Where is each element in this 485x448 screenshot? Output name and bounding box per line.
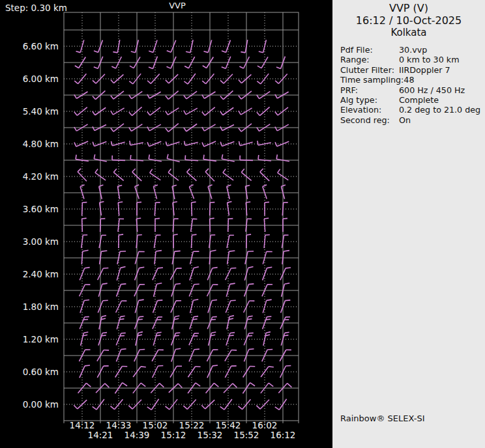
wind-barb-tick bbox=[101, 251, 107, 251]
wind-barb-tick bbox=[141, 367, 146, 367]
info-value: 0 km to 30 km bbox=[399, 55, 460, 64]
panel-header: VVP (V) 16:12 / 10-Oct-2025 Kolkata bbox=[332, 0, 485, 39]
wind-barb-tick bbox=[121, 316, 125, 316]
wind-barb-tick bbox=[196, 367, 201, 367]
y-axis-label: 5.40 km bbox=[23, 106, 59, 117]
wind-barb-tick bbox=[102, 333, 107, 333]
y-axis-label: 0.60 km bbox=[23, 367, 59, 377]
vvp-chart: VVPStep: 0.30 km0.00 km0.60 km1.20 km1.8… bbox=[0, 0, 332, 448]
x-axis-label: 14:33 bbox=[106, 420, 132, 430]
y-axis-label: 0.00 km bbox=[23, 399, 59, 410]
wind-barb-staff bbox=[191, 235, 192, 248]
y-axis-label: 1.20 km bbox=[23, 334, 59, 344]
info-value: IIRDoppler 7 bbox=[399, 65, 450, 75]
info-row: Alg type:Complete bbox=[340, 95, 482, 105]
info-label: PRF: bbox=[340, 85, 399, 95]
wind-barb-tick bbox=[267, 316, 271, 317]
y-axis-label: 6.60 km bbox=[23, 41, 59, 51]
wind-barb-tick bbox=[283, 218, 287, 219]
wind-barb-staff bbox=[240, 160, 253, 161]
wind-barb-staff bbox=[228, 219, 229, 232]
info-value: 600 Hz / 450 Hz bbox=[399, 85, 465, 95]
wind-barb-tick bbox=[248, 284, 254, 285]
wind-barb-tick bbox=[137, 202, 141, 203]
wind-barb-tick bbox=[258, 155, 259, 160]
wind-barb-tick bbox=[203, 155, 204, 160]
wind-barb-tick bbox=[157, 332, 162, 333]
wind-barb-tick bbox=[248, 319, 252, 320]
info-value: On bbox=[399, 115, 411, 125]
x-axis-label: 15:32 bbox=[198, 430, 223, 440]
wind-barb-tick bbox=[158, 365, 163, 366]
wind-barb-tick bbox=[193, 319, 198, 320]
wind-barb-tick bbox=[284, 335, 289, 336]
wind-barb-tick bbox=[246, 202, 250, 203]
info-row: Pdf File:30.vvp bbox=[340, 45, 482, 55]
wind-barb-tick bbox=[194, 349, 199, 350]
wind-barb-tick bbox=[138, 319, 143, 320]
wind-barb-tick bbox=[82, 218, 87, 219]
x-axis-label: 14:39 bbox=[125, 430, 150, 440]
wind-barb-tick bbox=[121, 284, 126, 285]
wind-barb-tick bbox=[102, 335, 106, 336]
wind-barb-staff bbox=[112, 160, 125, 161]
wind-barb-staff bbox=[210, 219, 211, 232]
y-axis-label: 1.80 km bbox=[23, 301, 59, 312]
wind-barb-tick bbox=[118, 202, 123, 203]
wind-barb-tick bbox=[119, 234, 123, 235]
info-label: Pdf File: bbox=[340, 45, 399, 55]
y-axis-label: 3.00 km bbox=[23, 236, 59, 247]
x-axis-label: 15:02 bbox=[143, 420, 168, 430]
plot-title: VVP bbox=[169, 1, 186, 10]
info-row: PRF:600 Hz / 450 Hz bbox=[340, 85, 482, 95]
wind-barb-tick bbox=[136, 218, 141, 219]
panel-footer: Rainbow® SELEX-SI bbox=[340, 413, 425, 423]
x-axis-label: 15:12 bbox=[161, 430, 186, 440]
wind-barb-staff bbox=[192, 203, 192, 216]
wind-barb-tick bbox=[266, 319, 271, 320]
x-axis-label: 16:02 bbox=[252, 420, 278, 430]
info-value: 0.2 deg to 21.0 deg bbox=[399, 105, 480, 115]
wind-barb-tick bbox=[139, 316, 143, 317]
x-axis-label: 15:52 bbox=[234, 430, 259, 440]
wind-barb-tick bbox=[265, 234, 270, 235]
wind-barb-tick bbox=[286, 268, 291, 268]
wind-barb-tick bbox=[158, 268, 163, 268]
wind-barb-tick bbox=[229, 335, 234, 336]
info-label: Elevation: bbox=[340, 105, 399, 115]
x-axis-label: 15:42 bbox=[216, 420, 241, 430]
info-value: 30.vvp bbox=[399, 45, 427, 55]
wind-barb-tick bbox=[175, 335, 179, 336]
step-label: Step: 0.30 km bbox=[5, 3, 67, 13]
wind-barb-tick bbox=[130, 155, 131, 160]
info-label: Range: bbox=[340, 55, 399, 64]
wind-barb-tick bbox=[231, 268, 236, 268]
wind-barb-tick bbox=[175, 284, 181, 285]
wind-barb-tick bbox=[210, 218, 214, 219]
wind-barb-tick bbox=[285, 332, 289, 333]
wind-barb-tick bbox=[213, 268, 218, 268]
wind-barb-tick bbox=[156, 335, 161, 336]
info-label: Second reg: bbox=[340, 115, 399, 125]
info-row: Time sampling:48 bbox=[340, 75, 482, 85]
wind-barb-staff bbox=[82, 203, 83, 216]
wind-barb-tick bbox=[84, 300, 89, 301]
info-label: Time sampling: bbox=[340, 75, 404, 85]
wind-barb-tick bbox=[248, 316, 253, 316]
wind-barb-tick bbox=[85, 268, 90, 268]
wind-barb-tick bbox=[76, 155, 76, 160]
x-axis-label: 16:12 bbox=[271, 430, 296, 440]
wind-barb-tick bbox=[230, 333, 235, 333]
wind-barb-tick bbox=[85, 365, 90, 366]
wind-barb-tick bbox=[249, 349, 254, 350]
x-axis-label: 15:22 bbox=[179, 420, 205, 430]
info-label: Clutter Filter: bbox=[340, 65, 399, 75]
wind-barb-tick bbox=[192, 202, 196, 203]
wind-barb-staff bbox=[82, 219, 83, 232]
wind-barb-tick bbox=[175, 251, 181, 251]
wind-barb-tick bbox=[121, 349, 126, 350]
wind-barb-tick bbox=[175, 333, 180, 333]
wind-barb-tick bbox=[120, 319, 125, 320]
wind-barb-tick bbox=[138, 234, 142, 235]
info-value: 48 bbox=[404, 75, 414, 85]
